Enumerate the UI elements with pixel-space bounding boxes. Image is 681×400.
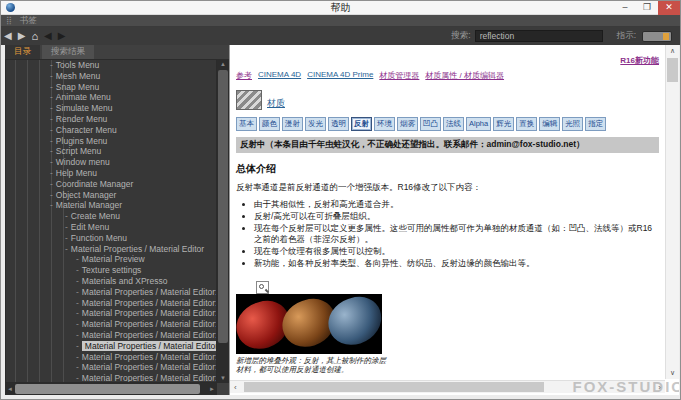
channel-tab[interactable]: Alpha xyxy=(466,117,491,131)
tree-item[interactable]: -Mesh Menu xyxy=(6,71,216,82)
tree-item-selected[interactable]: -Material Properties / Material Editor: … xyxy=(6,341,216,352)
r16-new-feature-link[interactable]: R16新功能 xyxy=(620,56,659,65)
help-window: 帮助 – ❐ ✕ ⣿ 书签 ◀ ▶ ⌂ ◀ ▶ 搜索: 指示: 目录 搜索结果 xyxy=(0,0,681,400)
toggle-knob xyxy=(663,33,669,40)
window-title: 帮助 xyxy=(1,1,680,15)
scroll-down-icon[interactable]: ▼ xyxy=(217,373,229,383)
content-pane: R16新功能 参考 CINEMA 4D CINEMA 4D Prime 材质管理… xyxy=(229,45,679,395)
search-input[interactable] xyxy=(475,30,603,42)
breadcrumb: 参考 CINEMA 4D CINEMA 4D Prime 材质管理器 材质属性 … xyxy=(236,70,659,81)
scroll-down-icon[interactable]: ∨ xyxy=(666,369,679,377)
menu-bookmarks[interactable]: 书签 xyxy=(16,15,41,27)
scroll-left-icon[interactable]: ‹ xyxy=(234,381,237,394)
forward-icon[interactable]: ▶ xyxy=(15,27,29,45)
translation-notice: 反射中（本条目由千年虫蛀汉化，不正确处还望指出。联系邮件：admin@fox-s… xyxy=(236,137,659,153)
tree-item[interactable]: -Material Properties / Material Editor: … xyxy=(6,330,216,341)
channel-tab[interactable]: 漫射 xyxy=(282,117,303,131)
sidebar: 目录 搜索结果 -Tools Menu -Mesh Menu -Snap Men… xyxy=(5,45,229,395)
figure-caption: 新增层的堆叠外观：反射，其上被制作的涂层材料，都可以使用反射通道创建。 xyxy=(236,356,386,375)
list-item: 由于其相似性，反射和高光通道合并。 xyxy=(254,199,659,210)
list-item: 反射/高光可以在可折叠层组织。 xyxy=(254,211,659,222)
channel-tabs: 基本 颜色 漫射 发光 透明 反射 环境 烟雾 凹凸 法线 Alpha 辉光 置… xyxy=(236,117,659,131)
grid-icon: ⣿ xyxy=(6,16,12,25)
tree-item[interactable]: -Animate Menu xyxy=(6,92,216,103)
breadcrumb-link[interactable]: 参考 xyxy=(236,70,252,81)
scroll-right-icon[interactable]: ► xyxy=(209,383,215,395)
scroll-left-icon[interactable]: ◄ xyxy=(7,383,13,395)
tree-item[interactable]: -Simulate Menu xyxy=(6,103,216,114)
tree-item[interactable]: -Texture settings xyxy=(6,265,216,276)
tree-item[interactable]: -Edit Menu xyxy=(6,222,216,233)
scroll-thumb[interactable] xyxy=(218,70,228,343)
channel-tab[interactable]: 法线 xyxy=(443,117,464,131)
material-link[interactable]: 材质 xyxy=(267,97,285,110)
tree-item[interactable]: -Snap Menu xyxy=(6,82,216,93)
channel-tab[interactable]: 指定 xyxy=(585,117,606,131)
tree-item[interactable]: -Function Menu xyxy=(6,233,216,244)
tree-item[interactable]: -Render Menu xyxy=(6,114,216,125)
scroll-thumb[interactable] xyxy=(667,58,678,82)
magnifier-icon[interactable] xyxy=(256,281,269,294)
list-item: 现在每个反射层可以定义更多属性。这些可用的属性都可作为单独的材质通道（如：凹凸、… xyxy=(254,223,659,245)
minimize-button[interactable]: – xyxy=(614,1,636,15)
home-icon[interactable]: ⌂ xyxy=(28,27,41,45)
texture-swatch-icon xyxy=(236,90,262,110)
hint-toggle[interactable] xyxy=(642,31,672,42)
channel-tab[interactable]: 透明 xyxy=(328,117,349,131)
tree-item[interactable]: -Character Menu xyxy=(6,125,216,136)
tree-item[interactable]: -Material Properties / Material Editor: … xyxy=(6,287,216,298)
tree-item[interactable]: -Script Menu xyxy=(6,146,216,157)
channel-tab[interactable]: 发光 xyxy=(305,117,326,131)
tab-contents[interactable]: 目录 xyxy=(5,45,40,59)
channel-tab[interactable]: 基本 xyxy=(236,117,257,131)
maximize-button[interactable]: ❐ xyxy=(636,1,658,15)
tree-item[interactable]: -Coordinate Manager xyxy=(6,179,216,190)
nav-toolbar: ◀ ▶ ⌂ ◀ ▶ 搜索: 指示: xyxy=(1,27,680,45)
tree-item[interactable]: -Material Properties / Material Editor: … xyxy=(6,308,216,319)
tree-item[interactable]: -Material Properties / Material Editor: … xyxy=(6,373,216,383)
scroll-thumb[interactable] xyxy=(15,384,200,394)
tree-item[interactable]: -Material Properties / Material Editor: … xyxy=(6,298,216,309)
tree-item[interactable]: -Material Properties / Material Editor: … xyxy=(6,319,216,330)
channel-tab[interactable]: 颜色 xyxy=(259,117,280,131)
channel-tab[interactable]: 烟雾 xyxy=(397,117,418,131)
tree-item[interactable]: -Window menu xyxy=(6,157,216,168)
tree-item[interactable]: -Materials and XPresso xyxy=(6,276,216,287)
next-topic-icon[interactable]: ▶ xyxy=(55,27,69,45)
tree-item[interactable]: -Tools Menu xyxy=(6,60,216,71)
tree-item[interactable]: -Material Properties / Material Editor xyxy=(6,244,216,255)
tree-item[interactable]: -Help Menu xyxy=(6,168,216,179)
tree-item[interactable]: -Material Preview xyxy=(6,254,216,265)
tree-item[interactable]: -Material Manager xyxy=(6,200,216,211)
close-button[interactable]: ✕ xyxy=(658,1,680,15)
channel-tab-active[interactable]: 反射 xyxy=(351,117,372,131)
tree-item[interactable]: -Create Menu xyxy=(6,211,216,222)
tree-item[interactable]: -Plugins Menu xyxy=(6,136,216,147)
list-item: 现在每个纹理有很多属性可以控制。 xyxy=(254,246,659,257)
scroll-thumb[interactable] xyxy=(244,382,544,392)
back-icon[interactable]: ◀ xyxy=(1,27,15,45)
channel-tab[interactable]: 辉光 xyxy=(493,117,514,131)
tree-item[interactable]: -Object Manager xyxy=(6,190,216,201)
reflectance-example-image[interactable] xyxy=(236,294,382,354)
prev-topic-icon[interactable]: ◀ xyxy=(41,27,55,45)
channel-tab[interactable]: 置换 xyxy=(516,117,537,131)
feature-list: 由于其相似性，反射和高光通道合并。 反射/高光可以在可折叠层组织。 现在每个反射… xyxy=(254,199,659,269)
channel-tab[interactable]: 环境 xyxy=(374,117,395,131)
channel-tab[interactable]: 编辑 xyxy=(539,117,560,131)
tree-item[interactable]: -Material Properties / Material Editor: … xyxy=(6,352,216,363)
tab-search-results[interactable]: 搜索结果 xyxy=(42,45,94,59)
tree-item[interactable]: -Material Properties / Material Editor: … xyxy=(6,362,216,373)
channel-tab[interactable]: 光照 xyxy=(562,117,583,131)
tree-horizontal-scrollbar[interactable]: ◄ ► xyxy=(5,383,217,395)
hint-label: 指示: xyxy=(617,30,636,42)
breadcrumb-link[interactable]: 材质属性 / 材质编辑器 xyxy=(425,70,504,81)
content-vertical-scrollbar[interactable]: ∧ ∨ xyxy=(665,45,679,379)
breadcrumb-link[interactable]: CINEMA 4D Prime xyxy=(307,70,373,81)
breadcrumb-link[interactable]: CINEMA 4D xyxy=(258,70,301,81)
tree-vertical-scrollbar[interactable]: ▲ ▼ xyxy=(217,59,229,383)
scroll-up-icon[interactable]: ∧ xyxy=(666,47,679,55)
breadcrumb-link[interactable]: 材质管理器 xyxy=(379,70,419,81)
scroll-up-icon[interactable]: ▲ xyxy=(217,59,229,69)
channel-tab[interactable]: 凹凸 xyxy=(420,117,441,131)
